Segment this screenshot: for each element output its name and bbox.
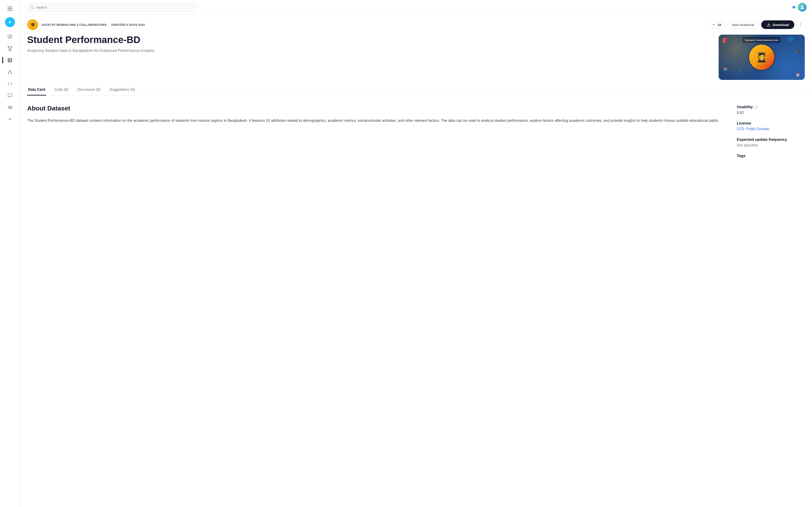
tabs-bar: Data Card Code (6) Discussion (0) Sugges… — [20, 84, 812, 96]
cover-title-overlay: STUDENT PERFORMANCE-BD — [743, 37, 780, 43]
sidebar-item-learn[interactable] — [5, 102, 15, 112]
license-section: License CC0: Public Domain — [737, 121, 805, 131]
content-left: About Dataset The Student Performance-BD… — [27, 105, 726, 165]
svg-point-17 — [801, 23, 801, 24]
search-input[interactable] — [36, 5, 193, 9]
search-bar[interactable] — [26, 3, 198, 12]
usability-info-icon[interactable]: i — [754, 105, 758, 109]
cover-bg: 🎒 ✏️ 🌐 📚 ⏰ 🎓 🖊️ STUDENT PERFORMANCE-BD 👩… — [719, 35, 805, 80]
svg-line-12 — [10, 71, 11, 73]
tags-label: Tags — [737, 154, 805, 158]
svg-point-15 — [801, 6, 803, 7]
update-frequency-value: Not specified — [737, 143, 805, 147]
tab-code[interactable]: Code (6) — [53, 84, 69, 96]
sidebar-item-models[interactable] — [5, 67, 15, 77]
hamburger-menu[interactable] — [5, 4, 15, 13]
tab-suggestions[interactable]: Suggestions (0) — [108, 84, 136, 96]
more-options-button[interactable] — [797, 20, 805, 29]
svg-marker-3 — [9, 36, 11, 38]
meta-text: SATAYJIT BISWAS AND 2 COLLABORATORS · UP… — [42, 23, 704, 26]
usability-value: 8.82 — [737, 111, 805, 115]
hamburger-line-1 — [7, 7, 12, 7]
vote-count: 19 — [717, 23, 721, 27]
meta-actions: 19 New Notebook Download — [708, 20, 805, 29]
sidebar-item-code[interactable] — [5, 79, 15, 89]
dataset-title-section: Student Performance-BD Analyzing Student… — [20, 35, 812, 84]
svg-rect-4 — [8, 58, 12, 62]
dataset-header: 🎓 SATAYJIT BISWAS AND 2 COLLABORATORS · … — [20, 15, 812, 30]
create-button[interactable] — [5, 17, 15, 27]
vote-button[interactable]: 19 — [708, 21, 725, 28]
update-frequency-label: Expected update frequency — [737, 137, 805, 142]
cover-photo: 👩‍🎓 — [748, 44, 775, 71]
user-avatar[interactable] — [798, 3, 807, 11]
topbar-right — [793, 3, 807, 11]
svg-point-18 — [801, 24, 801, 25]
sidebar-item-competitions[interactable] — [5, 44, 15, 53]
svg-point-2 — [8, 35, 12, 39]
hamburger-line-2 — [7, 8, 12, 9]
sidebar-item-more[interactable] — [5, 114, 15, 124]
sidebar-item-explore[interactable] — [5, 32, 15, 42]
hamburger-line-3 — [7, 10, 12, 10]
dataset-description: Analyzing Student Data in Bangladesh for… — [27, 48, 711, 54]
topbar — [20, 0, 812, 15]
upvote-icon — [712, 23, 715, 26]
download-icon — [767, 23, 771, 27]
dataset-title-left: Student Performance-BD Analyzing Student… — [27, 35, 711, 54]
dataset-title: Student Performance-BD — [27, 35, 711, 45]
usability-label: Usability i — [737, 105, 805, 109]
dataset-meta-row: 🎓 SATAYJIT BISWAS AND 2 COLLABORATORS · … — [27, 19, 805, 30]
search-icon — [30, 5, 34, 9]
svg-point-19 — [801, 26, 801, 26]
tags-section: Tags — [737, 154, 805, 158]
more-dots-icon — [798, 22, 803, 27]
tab-discussion[interactable]: Discussion (0) — [77, 84, 101, 96]
author-avatar: 🎓 — [27, 19, 38, 30]
update-frequency-section: Expected update frequency Not specified — [737, 137, 805, 147]
sidebar — [0, 0, 20, 507]
dataset-cover-image: 🎒 ✏️ 🌐 📚 ⏰ 🎓 🖊️ STUDENT PERFORMANCE-BD 👩… — [719, 35, 805, 80]
usability-section: Usability i 8.82 — [737, 105, 805, 115]
cover-text: STUDENT PERFORMANCE-BD — [745, 39, 778, 42]
about-title: About Dataset — [27, 105, 726, 112]
svg-line-11 — [8, 71, 10, 73]
license-label: License — [737, 121, 805, 126]
main-content: 🎓 SATAYJIT BISWAS AND 2 COLLABORATORS · … — [20, 0, 812, 507]
download-button[interactable]: Download — [761, 20, 794, 29]
new-notebook-button[interactable]: New Notebook — [727, 21, 759, 29]
tab-data-card[interactable]: Data Card — [27, 84, 46, 96]
author-name: SATAYJIT BISWAS AND 2 COLLABORATORS · UP… — [42, 23, 704, 26]
license-value[interactable]: CC0: Public Domain — [737, 127, 805, 131]
svg-line-14 — [33, 8, 34, 9]
sidebar-item-discussions[interactable] — [5, 91, 15, 101]
content-right: Usability i 8.82 License CC0: Public Dom… — [737, 105, 805, 165]
sidebar-item-datasets[interactable] — [5, 55, 15, 65]
about-text: The Student Performance-BD dataset conta… — [27, 117, 726, 124]
content-body: About Dataset The Student Performance-BD… — [20, 96, 812, 174]
online-status-dot — [793, 6, 795, 9]
